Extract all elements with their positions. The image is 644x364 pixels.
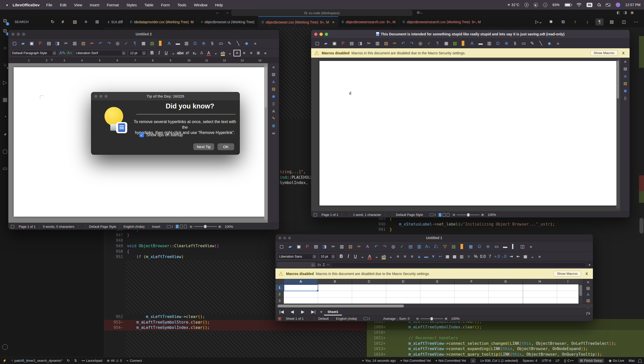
insert-table-icon[interactable]: ▦ xyxy=(139,40,147,47)
insert-textbox-icon[interactable]: A xyxy=(468,40,476,47)
show-macros-button[interactable]: Show Macros xyxy=(590,50,618,56)
zoom-percent[interactable]: 100% xyxy=(447,317,463,321)
selection-mode-icon[interactable] xyxy=(430,213,434,216)
page-break-icon[interactable]: ▬ xyxy=(477,40,485,47)
background-color-button[interactable]: ab xyxy=(380,253,387,260)
pivot-table-icon[interactable]: ▦ xyxy=(467,243,475,250)
freeze-panes-icon[interactable]: ▍ xyxy=(510,243,518,250)
export-pdf-icon[interactable]: P xyxy=(303,243,311,250)
font-color-menu[interactable]: ⌄ xyxy=(373,253,380,260)
fmt-overflow-icon[interactable]: » xyxy=(536,253,543,260)
gallery-deck-icon[interactable]: ▨ xyxy=(585,298,591,303)
page-deck-icon[interactable]: ▯ xyxy=(622,95,628,101)
column-header-D[interactable]: D xyxy=(386,279,420,284)
merge-center-button[interactable]: ▦ xyxy=(444,253,451,260)
document-page[interactable]: d xyxy=(319,61,617,206)
date-format-button[interactable]: 7 xyxy=(486,253,493,260)
undo-icon[interactable]: ↶ xyxy=(372,243,380,250)
undo-icon[interactable]: ↶ xyxy=(96,40,104,47)
layout-toggle-icons[interactable]: ◧◨▣ xyxy=(617,10,637,14)
editor-scrollbar-thumb[interactable] xyxy=(639,218,643,234)
insert-chart-icon[interactable]: ▊ xyxy=(157,40,165,47)
functions-deck-icon[interactable]: ƒx xyxy=(585,311,591,315)
app-menu-name[interactable]: LibreOfficeDev xyxy=(13,3,40,7)
insert-field-icon[interactable]: ▥ xyxy=(182,40,190,47)
align-left-button[interactable]: ≡ xyxy=(233,50,241,56)
row-header-2[interactable]: 2 xyxy=(275,291,284,298)
bold-button[interactable]: B xyxy=(338,253,345,260)
first-sheet-icon[interactable]: |◀ xyxy=(277,308,286,315)
paragraph-style-select[interactable]: Default Paragraph Style⌄ xyxy=(10,50,58,56)
insert-footnote-icon[interactable]: § xyxy=(511,40,519,47)
font-color-button[interactable]: A xyxy=(366,253,373,260)
center-vertically-button[interactable]: ▬ xyxy=(423,253,430,260)
accessibility-check-deck-icon[interactable]: ◍ xyxy=(271,123,277,128)
font-name-select[interactable]: Liberation Sans⌄ xyxy=(277,254,318,260)
commit-status-1[interactable]: ⌖Not Committed Yet xyxy=(400,359,431,363)
insert-image-icon[interactable]: ▨ xyxy=(449,243,458,250)
formula-icon[interactable]: = xyxy=(327,263,329,267)
font-size-select[interactable]: 10 pt⌄ xyxy=(319,254,337,260)
align-center-button[interactable]: ≡ xyxy=(401,253,409,260)
insert-column-icon[interactable]: ▥ xyxy=(415,243,423,250)
sheet-tab-sheet1[interactable]: Sheet1 xyxy=(325,310,341,314)
strikethrough-button[interactable]: abe xyxy=(177,50,184,56)
open-preview-icon[interactable]: ▤ xyxy=(608,18,616,26)
save-indicator-icon[interactable] xyxy=(278,317,281,320)
selection-mode-icon[interactable] xyxy=(167,225,171,228)
cut-icon[interactable]: ✂ xyxy=(62,40,70,47)
spelling-icon[interactable]: ✓ xyxy=(122,40,130,47)
vertical-scrollbar[interactable] xyxy=(578,279,583,304)
command-center-search[interactable]: vs-code (Workspace) xyxy=(231,10,412,16)
clear-search-results-icon[interactable]: ≢ xyxy=(60,18,68,26)
zoom-percent[interactable]: 100% xyxy=(484,213,500,217)
writer1-titlebar[interactable]: Untitled 2 xyxy=(8,30,279,38)
insert-row-icon[interactable]: ▤ xyxy=(406,243,415,250)
view-layout-icons[interactable] xyxy=(176,225,187,228)
decrease-indent-button[interactable]: ⇤ xyxy=(515,253,522,260)
redo-icon[interactable]: ↷ xyxy=(408,40,416,47)
arrow-down-icon[interactable]: ↓ xyxy=(583,18,591,26)
bold-button[interactable]: B xyxy=(148,50,156,56)
increase-indent-button[interactable]: ⇥ xyxy=(508,253,515,260)
merge-cells-button[interactable]: ▩ xyxy=(451,253,458,260)
clone-formatting-icon[interactable]: ✑ xyxy=(355,243,363,250)
redo-icon[interactable]: ↷ xyxy=(381,243,389,250)
find-replace-icon[interactable]: ◎ xyxy=(416,40,424,47)
input-source-badge[interactable]: IN xyxy=(587,3,592,7)
spelling-icon[interactable]: ✓ xyxy=(398,243,406,250)
menu-file[interactable]: File xyxy=(46,3,52,7)
new-document-icon[interactable]: ▢ xyxy=(313,40,321,47)
borders-button[interactable]: ▦ xyxy=(522,253,529,260)
page-break-icon[interactable]: ▬ xyxy=(174,40,182,47)
font-size-select[interactable]: 12 pt⌄ xyxy=(128,50,147,56)
prev-sheet-icon[interactable]: ◀ xyxy=(288,308,296,315)
insert-comment-icon[interactable]: ▭ xyxy=(217,40,225,47)
undo-icon[interactable]: ↶ xyxy=(399,40,407,47)
sort-ascending-icon[interactable]: A↓ xyxy=(424,243,432,250)
update-style-icon[interactable]: A✎ xyxy=(59,50,66,56)
save-indicator-icon[interactable] xyxy=(11,225,14,228)
print-icon[interactable]: ▤ xyxy=(348,40,356,47)
horizontal-ruler[interactable]: ▽1234567891011121314 xyxy=(8,58,279,63)
page-deck-icon[interactable]: ▯ xyxy=(271,101,277,106)
open-file-icon[interactable]: ▰ xyxy=(19,40,27,47)
siri-icon[interactable] xyxy=(616,3,620,7)
menu-view[interactable]: View xyxy=(74,3,82,7)
underline-button[interactable]: U xyxy=(163,50,170,56)
open-new-search-editor-icon[interactable]: ▤ xyxy=(71,18,79,26)
basic-shapes-icon[interactable]: ◆ xyxy=(243,40,251,47)
insert-comment-icon[interactable]: ▭ xyxy=(492,243,501,250)
toolbar-overflow-icon[interactable]: » xyxy=(527,243,535,250)
align-top-button[interactable]: ▲ xyxy=(416,253,423,260)
pilcrow-icon[interactable]: ¶ xyxy=(595,18,604,26)
styles-deck-icon[interactable]: A xyxy=(622,73,628,79)
column-header-C[interactable]: C xyxy=(352,279,386,284)
track-changes-icon[interactable]: ✎ xyxy=(225,40,233,47)
clone-formatting-icon[interactable]: ✑ xyxy=(391,40,399,47)
print-preview-icon[interactable]: ◨ xyxy=(356,40,364,47)
expand-formula-bar-icon[interactable]: ▼ xyxy=(588,263,591,266)
problems[interactable]: ⊗44⚠0 xyxy=(107,359,122,362)
copy-icon[interactable]: ▥ xyxy=(373,40,381,47)
insert-comment-icon[interactable]: ▭ xyxy=(520,40,528,47)
